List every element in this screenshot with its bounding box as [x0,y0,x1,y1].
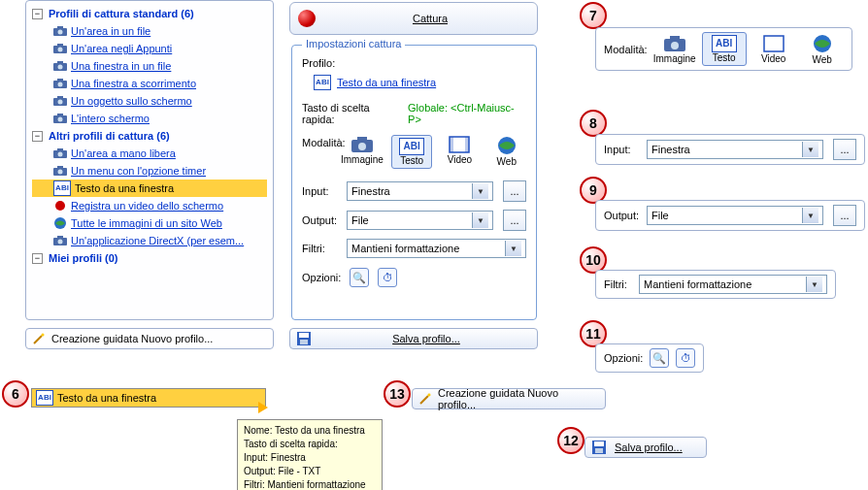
callout-options-row: Opzioni: 🔍 ⏱ [595,343,704,373]
film-icon [448,135,471,154]
chevron-down-icon[interactable]: ▼ [472,212,488,228]
settings-fieldset: Impostazioni cattura Profilo: ABI Testo … [291,45,537,320]
option-timer-icon[interactable]: ⏱ [676,348,695,368]
mode-image[interactable]: Immagine [653,34,696,64]
option-timer-icon[interactable]: ⏱ [378,268,397,287]
svg-point-30 [42,334,45,337]
mode-image[interactable]: Immagine [341,135,384,165]
profile-name[interactable]: Testo da una finestra [337,77,436,88]
svg-point-20 [58,152,63,157]
collapse-icon[interactable]: − [32,9,43,19]
svg-rect-7 [57,61,63,64]
svg-point-5 [58,48,63,52]
camera-icon [53,147,67,160]
output-label: Output: [302,214,341,226]
filter-combo[interactable]: Mantieni formattazione▼ [347,239,526,258]
chevron-down-icon[interactable]: ▼ [802,142,818,157]
tree-item-area-file[interactable]: Un'area in un file [32,22,267,40]
mode-video[interactable]: Video [440,135,479,165]
tree-item-area-clipboard[interactable]: Un'area negli Appunti [32,40,267,57]
mode-text[interactable]: ABITesto [702,32,747,66]
mode-web[interactable]: Web [801,33,844,65]
hotkey-label: Tasto di scelta rapida: [302,102,404,125]
wizard-button[interactable]: Creazione guidata Nuovo profilo... [25,328,274,349]
callout-marker-6: 6 [2,380,29,408]
mode-selector: Immagine ABITesto Video Web [341,135,526,169]
mode-web[interactable]: Web [487,135,526,167]
input-combo[interactable]: Finestra▼ [647,140,823,159]
mode-video[interactable]: Video [752,34,795,64]
svg-line-49 [420,396,428,404]
camera-icon [53,24,67,38]
tree-item-window-scroll[interactable]: Una finestra a scorrimento [32,75,267,92]
camera-icon [351,135,374,154]
callout-selected-row[interactable]: ABI Testo da una finestra [31,388,266,408]
output-combo[interactable]: File▼ [347,211,493,230]
input-combo[interactable]: Finestra▼ [347,181,493,201]
profile-label: Profilo: [302,57,526,69]
output-more-button[interactable]: ... [833,205,856,226]
input-more-button[interactable]: ... [503,180,526,202]
input-more-button[interactable]: ... [833,139,856,160]
camera-icon [53,164,67,178]
svg-rect-40 [300,340,308,344]
record-orb-icon [298,10,316,27]
tree-item-directx[interactable]: Un'applicazione DirectX (per esem... [32,232,267,249]
tree-item-freehand[interactable]: Un'area a mano libera [32,145,267,162]
callout-marker-7: 7 [580,2,607,29]
chevron-down-icon[interactable]: ▼ [472,183,488,199]
tree-item-record-video[interactable]: Registra un video dello schermo [32,197,267,214]
tree-header-standard[interactable]: − Profili di cattura standard (6) [32,5,267,22]
input-label: Input: [302,185,341,197]
globe-icon [496,135,517,156]
svg-rect-4 [57,44,63,47]
svg-rect-36 [465,137,469,152]
svg-rect-42 [670,36,680,40]
filter-combo[interactable]: Mantieni formattazione▼ [639,275,827,294]
svg-rect-1 [57,26,63,29]
profile-tree[interactable]: − Profili di cattura standard (6) Un'are… [25,0,274,320]
chevron-down-icon[interactable]: ▼ [802,208,818,223]
collapse-icon[interactable]: − [32,131,43,142]
tree-item-text-window[interactable]: ABITesto da una finestra [32,180,267,197]
tree-item-menu-timer[interactable]: Un menu con l'opzione timer [32,162,267,180]
tree-item-screen-object[interactable]: Un oggetto sullo schermo [32,92,267,110]
capture-button[interactable]: Cattura [289,2,538,35]
tooltip: Nome: Testo da una finestra Tasto di sce… [237,419,383,490]
svg-point-24 [55,201,65,211]
svg-rect-32 [357,137,367,141]
save-profile-button[interactable]: Salva profilo... [289,328,538,349]
text-icon: ABI [399,138,424,155]
camera-icon [53,59,67,73]
tree-item-full-screen[interactable]: L'intero schermo [32,110,267,127]
callout-marker-8: 8 [580,110,607,137]
tree-item-web-images[interactable]: Tutte le immagini di un sito Web [32,214,267,232]
globe-icon [53,216,67,230]
svg-point-2 [58,30,63,35]
chevron-down-icon[interactable]: ▼ [806,277,822,292]
tree-header-other[interactable]: − Altri profili di cattura (6) [32,127,267,145]
wand-icon [32,332,46,345]
svg-point-28 [58,240,63,245]
camera-icon [53,112,67,125]
chevron-down-icon[interactable]: ▼ [505,241,521,256]
option-preview-icon[interactable]: 🔍 [650,348,669,368]
cursor-icon [258,402,268,413]
callout-marker-12: 12 [557,427,584,454]
save-icon [591,440,607,455]
option-preview-icon[interactable]: 🔍 [350,268,369,287]
output-more-button[interactable]: ... [503,210,526,231]
svg-point-43 [671,42,679,49]
svg-point-23 [58,170,63,175]
tree-header-my[interactable]: − Miei profili (0) [32,249,267,267]
callout-save-button[interactable]: Salva profilo... [584,437,707,458]
wand-icon [418,392,432,406]
callout-wizard-button[interactable]: Creazione guidata Nuovo profilo... [412,388,606,409]
callout-mode-panel: Modalità: Immagine ABITesto Video Web [595,27,852,71]
collapse-icon[interactable]: − [32,253,43,264]
svg-rect-27 [57,236,63,239]
mode-text[interactable]: ABITesto [391,135,432,169]
tree-item-window-file[interactable]: Una finestra in un file [32,57,267,75]
tree-header-other-label: Altri profili di cattura (6) [49,130,170,142]
output-combo[interactable]: File▼ [647,206,823,225]
